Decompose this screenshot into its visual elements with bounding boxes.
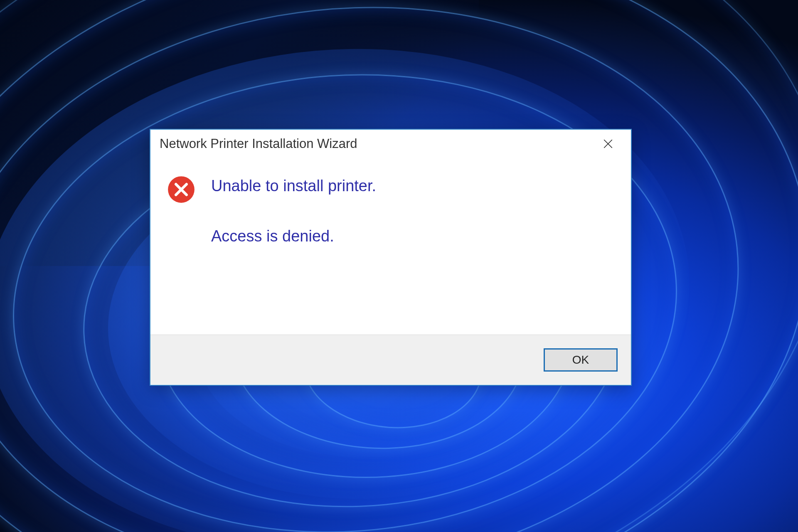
dialog-titlebar[interactable]: Network Printer Installation Wizard — [150, 130, 631, 158]
message-secondary: Access is denied. — [211, 227, 376, 245]
ok-button[interactable]: OK — [544, 348, 618, 372]
dialog-content: Unable to install printer. Access is den… — [150, 158, 631, 335]
close-button[interactable] — [598, 133, 618, 154]
error-icon — [167, 175, 195, 204]
error-dialog: Network Printer Installation Wizard Unab… — [150, 129, 632, 386]
dialog-message: Unable to install printer. Access is den… — [211, 175, 376, 245]
dialog-button-bar: OK — [150, 335, 631, 384]
dialog-title: Network Printer Installation Wizard — [160, 136, 357, 151]
close-icon — [603, 138, 613, 149]
message-primary: Unable to install printer. — [211, 177, 376, 195]
